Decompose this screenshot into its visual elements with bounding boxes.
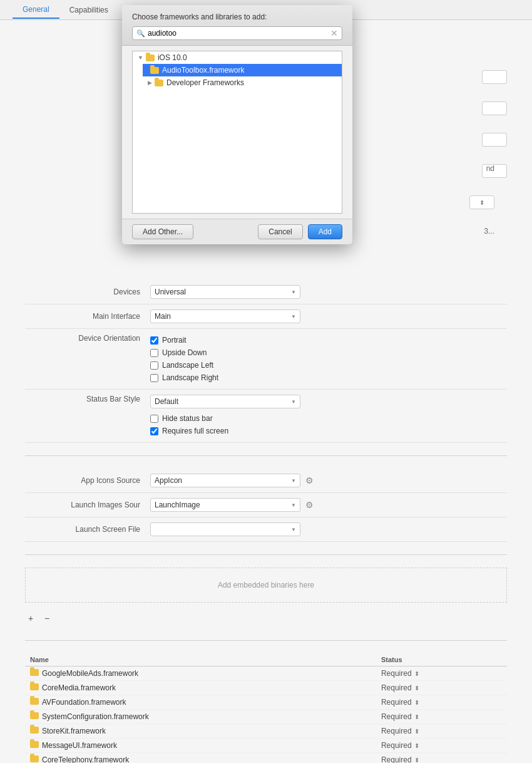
framework-status-cell: Required ⬍ <box>376 724 507 739</box>
embedded-add-remove-bar: + − <box>25 609 507 628</box>
status-stepper-icon[interactable]: ⬍ <box>414 757 419 764</box>
frameworks-table: Name Status GoogleMobileAds.framework Re… <box>25 653 507 763</box>
status-value: Required <box>381 727 412 735</box>
embedded-remove-button[interactable]: − <box>41 613 53 624</box>
framework-name-cell: SystemConfiguration.framework <box>25 710 376 724</box>
framework-row-icon <box>30 727 39 734</box>
framework-icon <box>150 67 159 74</box>
embedded-binaries-placeholder: Add embedded binaries here <box>218 581 314 589</box>
portrait-checkbox[interactable] <box>150 336 158 345</box>
framework-status-cell: Required ⬍ <box>376 695 507 710</box>
search-clear-icon[interactable]: ✕ <box>330 29 338 38</box>
tree-item-developer[interactable]: ▶ Developer Frameworks <box>143 76 342 89</box>
requires-full-screen-row: Requires full screen <box>150 425 507 437</box>
framework-row-icon <box>30 755 39 762</box>
main-interface-row: Main Interface Main ▼ <box>25 304 507 329</box>
status-stepper-icon[interactable]: ⬍ <box>414 728 419 735</box>
add-other-button[interactable]: Add Other... <box>132 224 193 239</box>
table-row: StoreKit.framework Required ⬍ <box>25 724 507 739</box>
table-row: AVFoundation.framework Required ⬍ <box>25 695 507 710</box>
launch-images-select[interactable]: LaunchImage ▼ <box>150 498 300 512</box>
launch-screen-row: Launch Screen File ▼ <box>25 517 507 542</box>
framework-status-cell: Required ⬍ <box>376 710 507 724</box>
device-orientation-label: Device Orientation <box>25 334 150 343</box>
framework-row-icon <box>30 669 39 676</box>
framework-status-cell: Required ⬍ <box>376 681 507 695</box>
tab-capabilities[interactable]: Capabilities <box>59 2 118 18</box>
framework-name-cell: CoreMedia.framework <box>25 681 376 695</box>
launch-screen-arrow-icon: ▼ <box>291 527 296 532</box>
section-separator-1 <box>25 455 507 456</box>
tree-list[interactable]: ▼ iOS 10.0 AudioToolbox.framework ▶ Deve… <box>132 51 342 214</box>
landscape-left-label: Landscape Left <box>162 361 213 370</box>
framework-row-icon <box>30 741 39 748</box>
modal-header: Choose frameworks and libraries to add: … <box>122 5 352 46</box>
folder-chevron-icon: ▼ <box>138 54 143 61</box>
launch-images-control: LaunchImage ▼ ⚙ <box>150 498 507 512</box>
launch-images-label: Launch Images Sour <box>25 501 150 509</box>
status-stepper-icon[interactable]: ⬍ <box>414 670 419 677</box>
app-icons-arrow-icon: ▼ <box>291 478 296 484</box>
landscape-right-checkbox[interactable] <box>150 374 158 382</box>
dev-folder-chevron-icon: ▶ <box>148 80 152 86</box>
devices-select[interactable]: Universal ▼ <box>150 285 300 299</box>
main-interface-arrow-icon: ▼ <box>291 314 296 319</box>
launch-images-row: Launch Images Sour LaunchImage ▼ ⚙ <box>25 493 507 517</box>
status-bar-style-row: Status Bar Style Default ▼ Hide status b… <box>25 390 507 443</box>
section-separator-3 <box>25 640 507 641</box>
modal-footer: Add Other... Cancel Add <box>122 219 352 244</box>
upside-down-label: Upside Down <box>162 348 207 357</box>
embedded-binaries-area: Add embedded binaries here <box>25 568 507 603</box>
devices-control: Universal ▼ <box>150 285 507 299</box>
dev-folder-label: Developer Frameworks <box>166 78 244 87</box>
framework-name-cell: GoogleMobileAds.framework <box>25 667 376 681</box>
status-value: Required <box>381 712 412 721</box>
modal-dialog: Choose frameworks and libraries to add: … <box>122 5 352 244</box>
launch-screen-select[interactable]: ▼ <box>150 522 300 536</box>
app-icons-select[interactable]: AppIcon ▼ <box>150 474 300 487</box>
status-column-header: Status <box>376 653 507 667</box>
hide-status-bar-row: Hide status bar <box>150 412 507 425</box>
status-bar-arrow-icon: ▼ <box>291 399 296 405</box>
main-interface-select[interactable]: Main ▼ <box>150 309 300 323</box>
landscape-left-checkbox[interactable] <box>150 361 158 370</box>
status-value: Required <box>381 741 412 750</box>
main-interface-label: Main Interface <box>25 312 150 321</box>
hide-status-bar-checkbox[interactable] <box>150 415 158 423</box>
search-icon: 🔍 <box>136 29 145 38</box>
search-input[interactable] <box>148 29 330 38</box>
devices-row: Devices Universal ▼ <box>25 280 507 304</box>
launch-images-arrow-icon: ▼ <box>291 502 296 508</box>
cancel-button[interactable]: Cancel <box>258 224 302 239</box>
device-orientation-control: Portrait Upside Down Landscape Left Land… <box>150 334 507 384</box>
status-stepper-icon[interactable]: ⬍ <box>414 742 419 749</box>
upside-down-checkbox[interactable] <box>150 349 158 357</box>
tab-general[interactable]: General <box>13 1 59 19</box>
status-value: Required <box>381 755 412 763</box>
hide-status-bar-label: Hide status bar <box>162 414 213 423</box>
modal-action-buttons: Cancel Add <box>258 224 342 239</box>
framework-name-cell: MessageUI.framework <box>25 739 376 753</box>
devices-arrow-icon: ▼ <box>291 289 296 295</box>
requires-full-screen-checkbox[interactable] <box>150 427 158 435</box>
status-bar-style-select[interactable]: Default ▼ <box>150 395 300 408</box>
search-field[interactable]: 🔍 ✕ <box>132 26 342 40</box>
embedded-add-button[interactable]: + <box>25 613 36 624</box>
tree-item-audiotoolbox[interactable]: AudioToolbox.framework <box>143 64 342 76</box>
add-button[interactable]: Add <box>308 224 342 239</box>
status-stepper-icon[interactable]: ⬍ <box>414 685 419 692</box>
launch-screen-control: ▼ <box>150 522 507 536</box>
status-stepper-icon[interactable]: ⬍ <box>414 714 419 720</box>
landscape-left-row: Landscape Left <box>150 359 507 371</box>
tree-folder-ios[interactable]: ▼ iOS 10.0 <box>133 51 342 64</box>
status-stepper-icon[interactable]: ⬍ <box>414 699 419 706</box>
landscape-right-row: Landscape Right <box>150 371 507 384</box>
framework-name-cell: CoreTelephony.framework <box>25 753 376 764</box>
status-value: Required <box>381 683 412 692</box>
launch-screen-label: Launch Screen File <box>25 525 150 534</box>
requires-full-screen-label: Requires full screen <box>162 427 228 435</box>
app-icons-gear-icon[interactable]: ⚙ <box>305 475 314 485</box>
dev-folder-icon <box>155 80 163 86</box>
framework-name-label: AudioToolbox.framework <box>162 66 244 75</box>
launch-images-gear-icon[interactable]: ⚙ <box>305 500 314 510</box>
